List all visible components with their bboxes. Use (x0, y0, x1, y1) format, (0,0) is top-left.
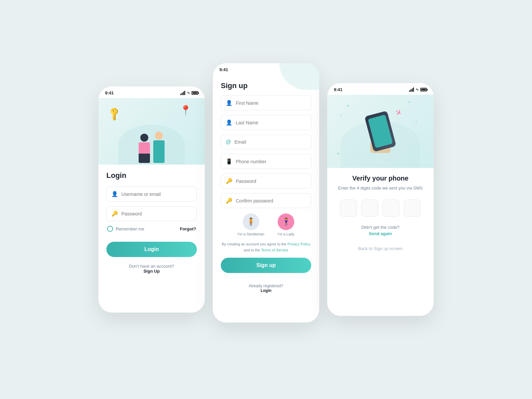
code-input-1[interactable] (340, 200, 357, 217)
figure-boy (153, 132, 165, 163)
lady-icon: 🧍‍♀️ (278, 213, 294, 230)
send-again-link[interactable]: Send again (335, 231, 426, 236)
password-input[interactable] (236, 179, 306, 184)
phone-input[interactable] (236, 159, 306, 164)
phone-icon: 📱 (226, 158, 232, 165)
remember-left[interactable]: Remember me (107, 226, 144, 232)
first-name-field[interactable]: 👤 (221, 95, 311, 110)
terms-text: By creating an account you agree to the … (221, 241, 311, 253)
battery-icon (192, 91, 198, 95)
login-content: Login 👤 🔑 Remember me Forgot? Login Don'… (98, 165, 205, 280)
status-bar-login: 9:41 ∿ (98, 86, 205, 98)
verify-title: Verify your phone (335, 175, 426, 182)
paper-plane-icon: ✈ (393, 107, 404, 118)
confirm-password-input[interactable] (236, 198, 306, 203)
wifi-icon: ∿ (187, 91, 190, 95)
privacy-policy-link[interactable]: Privacy Policy (288, 242, 310, 246)
code-input-4[interactable] (404, 200, 421, 217)
login-title: Login (106, 171, 197, 180)
resend-text: Didn't get the code? (335, 225, 426, 230)
code-inputs (335, 200, 426, 217)
phone-illustration: ✈ (369, 113, 392, 150)
last-name-field[interactable]: 👤 (221, 115, 311, 130)
wifi-icon: ∿ (416, 87, 419, 92)
verify-content: Verify your phone Enter the 4 digits cod… (327, 168, 434, 258)
user-icon: 👤 (111, 191, 118, 197)
confirm-password-field[interactable]: 🔑 (221, 193, 311, 208)
gentleman-option[interactable]: 🧍 I'm a Gentleman (238, 213, 264, 236)
sign-up-button[interactable]: Sign up (221, 258, 311, 273)
login-button[interactable]: Login (106, 242, 197, 257)
last-name-input[interactable] (236, 120, 306, 125)
key-icon: 🔑 (106, 105, 122, 121)
verify-subtitle: Enter the 4 digits code we sent you via … (335, 185, 426, 192)
gentleman-icon: 🧍 (243, 213, 259, 230)
user-icon: 👤 (226, 100, 232, 106)
gender-selection: 🧍 I'm a Gentleman 🧍‍♀️ I'm a Lady (221, 213, 311, 236)
email-input[interactable] (234, 139, 306, 145)
already-registered: Already registered? Login (221, 284, 311, 293)
password-icon: 🔑 (111, 210, 118, 217)
signal-icon (180, 91, 185, 95)
code-input-3[interactable] (382, 200, 400, 217)
phone-field[interactable]: 📱 (221, 154, 311, 169)
remember-label: Remember me (116, 226, 144, 231)
login-illustration: 🔑 📍 (98, 98, 205, 165)
signup-title: Sign up (213, 75, 319, 95)
lady-option[interactable]: 🧍‍♀️ I'm a Lady (278, 213, 294, 236)
code-input-2[interactable] (361, 200, 378, 217)
time-signup: 9:41 (219, 67, 228, 72)
time-verify: 9:41 (334, 87, 342, 92)
login-screen: 9:41 ∿ 🔑 📍 (98, 86, 205, 313)
verify-illustration: ✈ (327, 95, 434, 168)
password-input[interactable] (121, 211, 192, 216)
password-field[interactable]: 🔑 (221, 174, 311, 189)
figure-girl (139, 134, 150, 163)
signup-content: 👤 👤 @ 📱 🔑 🔑 (213, 95, 319, 293)
signal-icon (409, 87, 414, 92)
lady-label: I'm a Lady (278, 232, 294, 236)
username-input[interactable] (121, 192, 192, 197)
signup-link[interactable]: Sign Up (143, 269, 160, 274)
password-icon: 🔑 (226, 178, 232, 184)
terms-of-service-link[interactable]: Terms of Service (261, 248, 288, 252)
signup-prompt: Don't have an account? Sign Up (106, 264, 197, 274)
battery-icon (420, 88, 427, 91)
password-field[interactable]: 🔑 (106, 206, 197, 221)
confirm-password-icon: 🔑 (226, 198, 232, 204)
forgot-link[interactable]: Forgot? (180, 226, 196, 231)
login-link[interactable]: Login (261, 288, 272, 293)
status-icons-login: ∿ (180, 91, 198, 95)
gentleman-label: I'm a Gentleman (238, 232, 264, 236)
email-icon: @ (226, 139, 231, 145)
status-bar-verify: 9:41 ∿ (327, 83, 434, 95)
user-icon: 👤 (226, 119, 232, 126)
signup-screen: 9:41 ∿ Sign up 👤 👤 (213, 63, 319, 323)
location-icon: 📍 (180, 105, 192, 116)
status-icons-verify: ∿ (409, 87, 427, 92)
email-field[interactable]: @ (221, 135, 311, 149)
back-to-signup[interactable]: Back to Sign up screen (335, 246, 426, 251)
username-field[interactable]: 👤 (106, 187, 197, 201)
remember-checkbox[interactable] (107, 226, 113, 232)
verify-screen: 9:41 ∿ (327, 83, 434, 316)
remember-row: Remember me Forgot? (106, 226, 197, 232)
first-name-input[interactable] (236, 100, 306, 106)
time-login: 9:41 (105, 90, 114, 95)
